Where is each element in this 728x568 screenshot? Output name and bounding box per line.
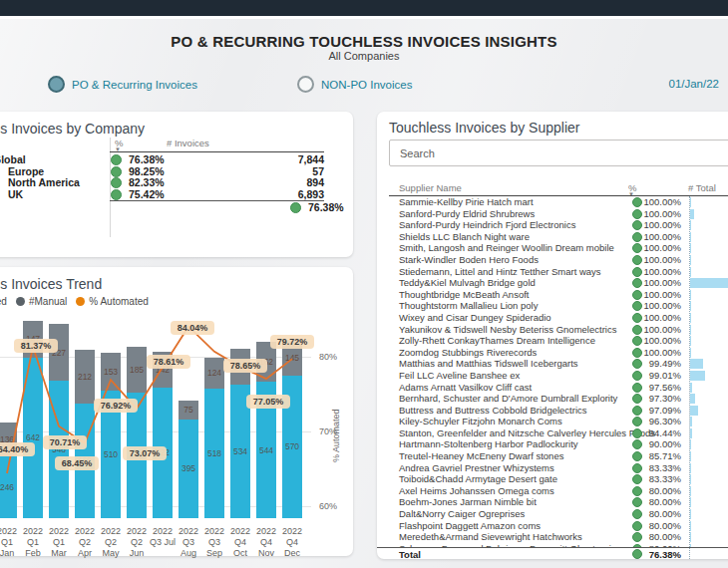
right-axis-tick: 80% (319, 352, 337, 362)
radio-selected-icon[interactable] (48, 76, 65, 93)
table-row[interactable]: Smith, Langosh and Reinger Woollin Dream… (377, 242, 728, 254)
table-row[interactable]: Stiedemann, Littel and Hintz Tetther Sma… (377, 266, 728, 278)
table-row[interactable]: Wixey and Cisar Dungey Spideradio100.00% (377, 312, 728, 324)
kpi-circle-icon (632, 301, 642, 311)
kpi-circle-icon (632, 521, 642, 531)
total-databar (690, 301, 691, 311)
table-row[interactable]: Bernhard, Schuster and D'Amore Dumbrall … (377, 393, 728, 405)
pct-value: 97.30% (649, 393, 681, 405)
right-axis-tick: 60% (319, 501, 337, 511)
trend-panel-title: Touchless Invoices Trend (0, 276, 102, 292)
column-header-supplier-name[interactable]: Supplier Name (399, 182, 462, 193)
total-databar (690, 406, 698, 416)
table-row[interactable]: Feil LLC Aveline Banshee ex99.01% (377, 370, 728, 382)
toggle-non-po-invoices[interactable]: NON-PO Invoices (297, 75, 412, 94)
total-databar (690, 463, 691, 473)
kpi-circle-icon (632, 255, 642, 265)
table-row[interactable]: Adams Arnatt Vasilkov Cliff cast97.56% (377, 382, 728, 394)
total-databar (690, 348, 691, 358)
table-row[interactable]: Andrea Gavriel Prestner Whizystems83.33% (377, 462, 728, 474)
total-databar (690, 197, 691, 207)
company-name: Global (0, 154, 26, 166)
toggle-po-recurring-invoices[interactable]: PO & Recurring Invoices (48, 75, 197, 94)
kpi-circle-icon (632, 451, 642, 461)
table-row[interactable]: Yakunikov & Tidswell Nesby Beteriss Gnom… (377, 324, 728, 336)
table-row[interactable]: Flashpoint Daggett Amazon coms80.00% (377, 520, 728, 532)
table-row[interactable]: Sammie-Kellby Pirie Hatch mart100.00% (377, 196, 728, 208)
kpi-circle-icon (632, 428, 642, 438)
table-row[interactable]: Matthias and Matthias Tidswell Icebergar… (377, 358, 728, 370)
line-data-label: 79.72% (270, 335, 314, 349)
supplier-name: Zolly-Rhett ConkayThames Dream Intellige… (399, 335, 595, 347)
table-row[interactable]: Boehm-Jones Jarman Nimble bit80.00% (377, 496, 728, 508)
total-databar (690, 521, 691, 531)
table-row[interactable]: Sanford-Purdy Heindrich Fjord Electronic… (377, 219, 728, 231)
table-row[interactable]: UK75.42%6,893 (0, 189, 353, 201)
kpi-circle-icon (632, 509, 642, 519)
table-row[interactable]: Stanton, Greenfelder and Nitzsche Calver… (377, 427, 728, 439)
total-databar (690, 486, 691, 496)
total-databar (690, 417, 692, 426)
pct-value: 100.00% (643, 266, 681, 278)
supplier-rows: Sammie-Kellby Pirie Hatch mart100.00%San… (377, 196, 728, 547)
table-row[interactable]: Shields LLC Blanch Night ware100.00% (377, 231, 728, 243)
table-row[interactable]: Hartmann-Stoltenberg Harbor Padlockurity… (377, 438, 728, 450)
legend-label: % Automated (89, 296, 148, 307)
line-data-label: 73.07% (123, 446, 167, 460)
kpi-circle-icon (111, 154, 122, 165)
kpi-circle-icon (632, 406, 642, 416)
table-row[interactable]: Global76.38%7,844 (0, 154, 353, 166)
supplier-name: Buttress and Buttress Cobbold Bridgelect… (399, 405, 587, 417)
kpi-circle-icon (632, 463, 642, 473)
table-row[interactable]: Treutel-Heaney McEneny Dwarf stones85.71… (377, 450, 728, 462)
table-row[interactable]: Toiboid&Chadd Armytage Desert gate83.33% (377, 473, 728, 485)
kpi-circle-icon (632, 417, 642, 426)
kpi-circle-icon (632, 549, 642, 559)
column-header-total[interactable]: # Total (688, 182, 716, 193)
supplier-name: Meredeth&Armand Sievewright Hatchworks (399, 531, 582, 543)
pct-value: 100.00% (643, 277, 681, 289)
supplier-name: Andrea Gavriel Prestner Whizystems (399, 462, 554, 474)
supplier-name: Stark-Windler Boden Hero Foods (399, 254, 539, 266)
legend-item-manual: #Manual (16, 296, 67, 307)
line-data-label: 81.37% (14, 339, 58, 353)
table-row[interactable]: Meredeth&Armand Sievewright Hatchworks80… (377, 531, 728, 543)
table-row[interactable]: Thoughtbridge McBeath Ansoft100.00% (377, 289, 728, 301)
kpi-circle-icon (632, 313, 642, 323)
total-databar (690, 336, 691, 346)
supplier-name: Smith, Langosh and Reinger Woollin Dream… (399, 242, 614, 254)
pct-value: 94.44% (649, 427, 681, 439)
table-row[interactable]: Zolly-Rhett ConkayThames Dream Intellige… (377, 335, 728, 347)
table-row[interactable]: Stark-Windler Boden Hero Foods100.00% (377, 254, 728, 266)
table-row[interactable]: Dalt&Norry Caiger Ogreprises80.00% (377, 508, 728, 520)
total-databar (690, 359, 703, 369)
total-databar (690, 243, 691, 253)
column-header-invoices[interactable]: # Invoices (167, 138, 209, 148)
total-databar (690, 325, 691, 335)
table-row[interactable]: Buttress and Buttress Cobbold Bridgelect… (377, 405, 728, 417)
table-row[interactable]: Thoughtstorm Mallalieu Lion poly100.00% (377, 300, 728, 312)
legend-item-automated: #Automated (0, 296, 7, 307)
company-name: UK (8, 189, 23, 201)
pct-value: 100.00% (643, 289, 681, 301)
supplier-name: Toiboid&Chadd Armytage Desert gate (399, 473, 557, 485)
radio-unselected-icon[interactable] (297, 76, 314, 93)
table-row[interactable]: North America82.33%894 (0, 177, 353, 189)
pct-value: 76.38% (129, 154, 165, 166)
line-data-label: 78.65% (223, 359, 267, 373)
search-input[interactable] (389, 140, 728, 166)
table-row[interactable]: Teddy&Kiel Mulvagh Bridge gold100.00% (377, 277, 728, 289)
table-row[interactable]: Zoomdog Stubbings Riverecords100.00% (377, 347, 728, 359)
kpi-circle-icon (632, 243, 642, 253)
table-row[interactable]: Kiley-Schuyler Fitzjohn Monarch Coms96.3… (377, 416, 728, 427)
table-row[interactable]: Axel Heims Johanssen Omega coms80.00% (377, 485, 728, 497)
date-slicer[interactable]: 01/Jan/22 (668, 78, 719, 90)
page-subtitle: All Companies (0, 50, 728, 62)
kpi-circle-icon (632, 474, 642, 484)
kpi-circle-icon (111, 166, 122, 177)
pct-value: 85.71% (649, 450, 681, 462)
kpi-circle-icon (632, 220, 642, 230)
table-row[interactable]: Sanford-Purdy Eldrid Shrubrews100.00% (377, 208, 728, 220)
total-databar (690, 383, 692, 393)
supplier-name: Yakunikov & Tidswell Nesby Beteriss Gnom… (399, 324, 616, 336)
